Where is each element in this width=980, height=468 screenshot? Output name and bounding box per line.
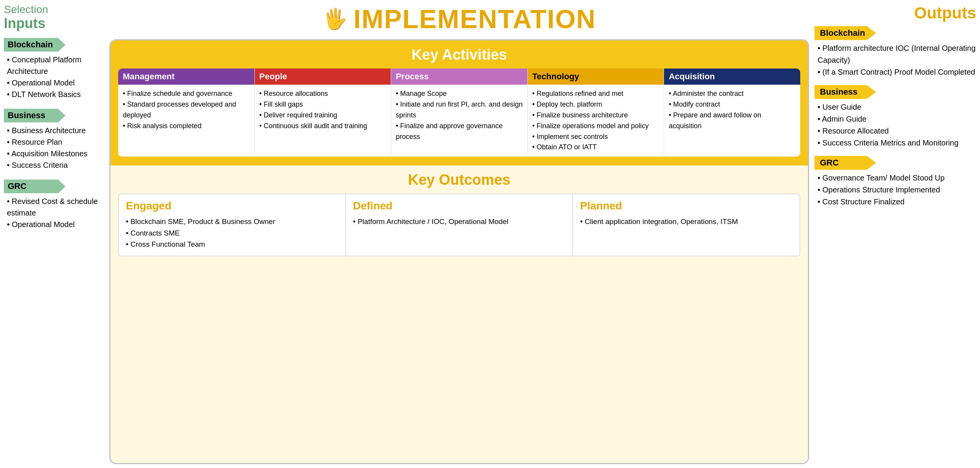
activity-col-acquisition: Acquisition Administer the contract Modi… <box>664 69 800 157</box>
list-item: Regulations refined and met <box>532 89 659 99</box>
list-item: Blockchain SME, Product & Business Owner <box>126 216 338 227</box>
list-item: Resource allocations <box>259 89 386 99</box>
list-item: Manage Scope <box>396 89 523 99</box>
list-item: User Guide <box>818 101 976 113</box>
list-item: Finalize schedule and governance <box>123 89 250 99</box>
list-item: Business Architecture <box>7 125 104 136</box>
list-item: Implement sec controls <box>532 132 659 142</box>
right-section-grc: GRC Governance Team/ Model Stood Up Oper… <box>814 156 976 208</box>
list-item: Initiate and run first PI, arch. and des… <box>396 99 523 121</box>
col-body-management: Finalize schedule and governance Standar… <box>118 85 254 135</box>
list-item: Finalize business architecture <box>532 110 659 121</box>
col-header-acquisition: Acquisition <box>664 69 800 85</box>
list-item: Revised Cost & schedule estimate <box>7 196 104 219</box>
sidebar-title-selection: Selection <box>4 4 104 16</box>
list-item: Operations Structure Implemented <box>818 184 976 196</box>
list-item: Standard processes developed and deploye… <box>123 99 250 121</box>
outcome-list-engaged: Blockchain SME, Product & Business Owner… <box>126 216 338 250</box>
list-item: Resource Plan <box>7 136 104 148</box>
outcome-text-planned: Client application integration, Operatio… <box>580 216 793 227</box>
left-sidebar: Selection Inputs Blockchain Conceptual P… <box>0 0 104 468</box>
list-item: Platform architecture IOC (Internal Oper… <box>818 42 976 66</box>
list-item: Fill skill gaps <box>259 99 386 110</box>
activity-list-process: Manage Scope Initiate and run first PI, … <box>396 89 523 142</box>
outcomes-grid: Engaged Blockchain SME, Product & Busine… <box>118 194 800 256</box>
list-item: Continuous skill audit and training <box>259 121 386 132</box>
sidebar-section-blockchain: Blockchain Conceptual Platform Architect… <box>4 38 104 100</box>
right-list-business: User Guide Admin Guide Resource Allocate… <box>814 101 976 149</box>
sidebar-section-grc-header: GRC <box>4 179 104 193</box>
sidebar-section-business: Business Business Architecture Resource … <box>4 109 104 171</box>
sidebar-list-grc: Revised Cost & schedule estimate Operati… <box>4 196 104 230</box>
list-item: Governance Team/ Model Stood Up <box>818 172 976 184</box>
col-body-technology: Regulations refined and met Deploy tech.… <box>528 85 664 157</box>
list-item: Admin Guide <box>818 113 976 125</box>
list-item: (If a Smart Contract) Proof Model Comple… <box>818 66 976 78</box>
col-body-people: Resource allocations Fill skill gaps Del… <box>255 85 391 135</box>
sidebar-section-blockchain-header: Blockchain <box>4 38 104 52</box>
outcome-title-defined: Defined <box>353 200 565 212</box>
col-body-acquisition: Administer the contract Modify contract … <box>664 85 800 135</box>
outcome-title-engaged: Engaged <box>126 200 338 212</box>
list-item: Finalize and approve governance process <box>396 121 523 142</box>
right-section-business: Business User Guide Admin Guide Resource… <box>814 85 976 149</box>
list-item: Modify contract <box>669 99 796 110</box>
key-outcomes-section: Key Outcomes Engaged Blockchain SME, Pro… <box>110 164 808 463</box>
activity-col-technology: Technology Regulations refined and met D… <box>528 69 664 157</box>
right-label-grc: GRC <box>814 156 876 170</box>
col-header-process: Process <box>391 69 527 85</box>
list-item: Administer the contract <box>669 89 796 99</box>
col-header-people: People <box>255 69 391 85</box>
list-item: Obtain ATO or IATT <box>532 142 659 153</box>
key-outcomes-title: Key Outcomes <box>118 172 800 188</box>
list-item: DLT Network Basics <box>7 89 104 100</box>
right-section-blockchain: Blockchain Platform architecture IOC (In… <box>814 26 976 78</box>
list-item: Operational Model <box>7 77 104 89</box>
activity-list-technology: Regulations refined and met Deploy tech.… <box>532 89 659 153</box>
list-item: Success Criteria <box>7 159 104 171</box>
col-body-process: Manage Scope Initiate and run first PI, … <box>391 85 527 146</box>
right-list-grc: Governance Team/ Model Stood Up Operatio… <box>814 172 976 208</box>
right-label-blockchain: Blockchain <box>814 26 876 40</box>
sidebar-list-business: Business Architecture Resource Plan Acqu… <box>4 125 104 171</box>
sidebar-label-business: Business <box>4 109 65 122</box>
outcome-text-defined: Platform Architecture / IOC, Operational… <box>353 216 565 227</box>
activity-col-process: Process Manage Scope Initiate and run fi… <box>391 69 528 157</box>
sidebar-section-business-header: Business <box>4 109 104 122</box>
main-title-row: 🖐 IMPLEMENTATION <box>109 4 809 34</box>
implementation-icon: 🖐 <box>323 7 348 31</box>
list-item: Cost Structure Finalized <box>818 196 976 208</box>
activity-list-acquisition: Administer the contract Modify contract … <box>669 89 796 132</box>
sidebar-label-blockchain: Blockchain <box>4 38 65 52</box>
outcome-title-planned: Planned <box>580 200 793 212</box>
right-sidebar-title: Outputs <box>814 4 976 22</box>
sidebar-section-grc: GRC Revised Cost & schedule estimate Ope… <box>4 179 104 230</box>
list-item: Risk analysis completed <box>123 121 250 132</box>
activities-grid: Management Finalize schedule and governa… <box>118 69 800 157</box>
activity-list-people: Resource allocations Fill skill gaps Del… <box>259 89 386 132</box>
outer-box: Key Activities Management Finalize sched… <box>109 39 809 464</box>
outcome-col-engaged: Engaged Blockchain SME, Product & Busine… <box>119 194 346 255</box>
main-content: 🖐 IMPLEMENTATION Key Activities Manageme… <box>104 0 814 468</box>
list-item: Resource Allocated <box>818 125 976 137</box>
key-activities-section: Key Activities Management Finalize sched… <box>110 40 808 164</box>
outcome-col-defined: Defined Platform Architecture / IOC, Ope… <box>346 194 573 255</box>
right-list-blockchain: Platform architecture IOC (Internal Oper… <box>814 42 976 78</box>
list-item: Operational Model <box>7 219 104 230</box>
right-label-business: Business <box>814 85 876 99</box>
sidebar-title-inputs: Inputs <box>4 16 104 31</box>
sidebar-list-blockchain: Conceptual Platform Architecture Operati… <box>4 54 104 100</box>
col-header-technology: Technology <box>528 69 664 85</box>
key-activities-title: Key Activities <box>118 47 800 63</box>
activity-col-management: Management Finalize schedule and governa… <box>118 69 255 157</box>
activity-list-management: Finalize schedule and governance Standar… <box>123 89 250 132</box>
list-item: Deploy tech. platform <box>532 99 659 110</box>
list-item: Prepare and award follow on acquisition <box>669 110 796 132</box>
list-item: Conceptual Platform Architecture <box>7 54 104 77</box>
list-item: Contracts SME <box>126 227 338 239</box>
outcome-col-planned: Planned Client application integration, … <box>573 194 799 255</box>
list-item: Success Criteria Metrics and Monitoring <box>818 137 976 149</box>
list-item: Deliver required training <box>259 110 386 121</box>
col-header-management: Management <box>118 69 254 85</box>
activity-col-people: People Resource allocations Fill skill g… <box>255 69 391 157</box>
